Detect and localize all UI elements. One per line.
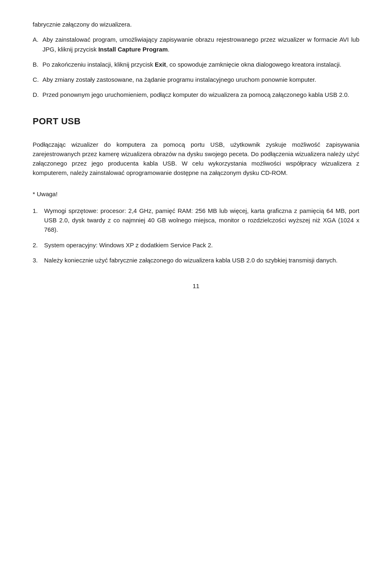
section-c-label: C. <box>33 75 39 84</box>
section-a-label: A. <box>33 35 39 54</box>
section-a: A. Aby zainstalować program, umożliwiają… <box>33 35 359 54</box>
port-usb-para1: Podłączając wizualizer do komputera za p… <box>33 140 359 178</box>
list-item-2: 2. System operacyjny: Windows XP z dodat… <box>33 240 359 250</box>
page-content: fabrycznie załączony do wizualizera. A. … <box>33 20 359 291</box>
section-b-label: B. <box>33 60 39 69</box>
section-b: B. Po zakończeniu instalacji, kliknij pr… <box>33 60 359 69</box>
intro-line: fabrycznie załączony do wizualizera. <box>33 20 359 29</box>
port-usb-heading: PORT USB <box>33 114 359 128</box>
section-c: C. Aby zmiany zostały zastosowane, na żą… <box>33 75 359 84</box>
section-d: D. Przed ponownym jego uruchomieniem, po… <box>33 90 359 99</box>
section-c-text: Aby zmiany zostały zastosowane, na żądan… <box>42 75 316 84</box>
section-a-text: Aby zainstalować program, umożliwiający … <box>42 35 359 54</box>
section-b-text: Po zakończeniu instalacji, kliknij przyc… <box>42 60 341 69</box>
page-number: 11 <box>33 281 359 291</box>
list-item-3: 3. Należy koniecznie użyć fabrycznie zał… <box>33 255 359 265</box>
uwaga-section: * Uwaga! <box>33 189 359 199</box>
list-item-1: 1. Wymogi sprzętowe: procesor: 2,4 GHz, … <box>33 206 359 235</box>
section-d-text: Przed ponownym jego uruchomieniem, podłą… <box>42 90 349 99</box>
section-d-label: D. <box>33 90 39 99</box>
numbered-list: 1. Wymogi sprzętowe: procesor: 2,4 GHz, … <box>33 206 359 265</box>
